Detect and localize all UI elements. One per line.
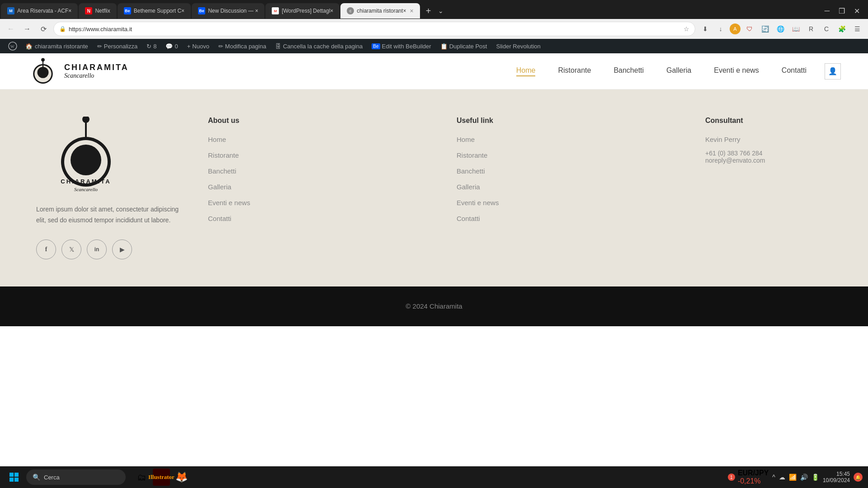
- footer-about-banchetti[interactable]: Banchetti: [208, 167, 457, 175]
- consultant-phone: +61 (0) 383 766 284: [705, 150, 832, 157]
- wp-bebuilder[interactable]: Be Edit with BeBuilder: [367, 39, 435, 53]
- wp-site-name[interactable]: 🏠 chiaramita ristorante: [21, 39, 93, 53]
- browser-tab-4[interactable]: Be New Discussion — ×: [192, 3, 264, 19]
- chevron-up-icon[interactable]: ^: [772, 474, 775, 481]
- close-button[interactable]: ✕: [850, 5, 863, 17]
- system-tray-icons: ^ ☁ 📶 🔊 🔋: [772, 474, 819, 481]
- browser-tab-2[interactable]: N Netflix: [79, 3, 116, 19]
- svg-text:W: W: [10, 44, 14, 49]
- translate-icon[interactable]: 🌐: [774, 23, 787, 35]
- taskbar-pinned-apps: 🗂 Illustrator 🦊: [133, 469, 190, 486]
- footer-social-links: f 𝕏 in ▶: [36, 239, 208, 259]
- shield-icon[interactable]: 🛡: [743, 23, 756, 35]
- extra-icon-2[interactable]: C: [820, 23, 833, 35]
- footer-useful-banchetti[interactable]: Banchetti: [457, 167, 705, 175]
- forward-button[interactable]: →: [21, 23, 33, 35]
- taskbar-search[interactable]: 🔍 Cerca: [26, 469, 126, 485]
- bookmark-icon[interactable]: ☆: [684, 25, 689, 33]
- taskbar-search-text: Cerca: [44, 474, 60, 481]
- nav-ristorante[interactable]: Ristorante: [558, 66, 591, 76]
- footer-about-contatti[interactable]: Contatti: [208, 215, 457, 222]
- taskbar-firefox-app[interactable]: 🦊: [173, 469, 190, 486]
- wp-customize[interactable]: ✏ Personalizza: [93, 39, 142, 53]
- windows-start-button[interactable]: [5, 469, 23, 486]
- reload-button[interactable]: ⟳: [37, 23, 50, 35]
- wp-customize-icon: ✏: [97, 43, 102, 50]
- url-text: https://www.chiaramita.it: [69, 26, 681, 33]
- footer-useful-galleria[interactable]: Galleria: [457, 183, 705, 191]
- browser-tab-6[interactable]: c chiaramita ristorant× ×: [340, 3, 420, 19]
- windows-logo: [9, 472, 19, 482]
- tab-list-button[interactable]: ⌄: [435, 7, 446, 14]
- main-navigation: Home Ristorante Banchetti Galleria Event…: [516, 66, 807, 76]
- nav-banchetti[interactable]: Banchetti: [613, 66, 644, 76]
- nav-galleria[interactable]: Galleria: [666, 66, 691, 76]
- tab-close-6[interactable]: ×: [410, 7, 413, 14]
- social-vimeo[interactable]: ▶: [112, 239, 132, 259]
- taskbar-files-app[interactable]: 🗂: [133, 469, 150, 486]
- cloud-icon[interactable]: ☁: [779, 474, 785, 481]
- nav-home[interactable]: Home: [516, 66, 536, 76]
- social-linkedin[interactable]: in: [87, 239, 107, 259]
- browser-tab-1[interactable]: M Area Riservata - ACF×: [1, 3, 78, 19]
- footer-useful-ristorante[interactable]: Ristorante: [457, 151, 705, 159]
- restore-button[interactable]: ❒: [835, 5, 849, 17]
- extra-icon-1[interactable]: R: [805, 23, 817, 35]
- currency-widget[interactable]: 1 EUR/JPY -0,21%: [728, 469, 769, 485]
- tab-favicon-2: N: [85, 7, 92, 14]
- battery-icon[interactable]: 🔋: [811, 474, 819, 481]
- wp-clear-cache[interactable]: 🗄 Cancella la cache della pagina: [271, 39, 367, 53]
- footer-bottom: © 2024 Chiaramita: [0, 286, 868, 326]
- wp-plus-icon: +: [187, 43, 191, 50]
- footer-useful-eventi[interactable]: Eventi e news: [457, 199, 705, 206]
- svg-text:Scancarello: Scancarello: [74, 187, 98, 192]
- url-bar[interactable]: 🔒 https://www.chiaramita.it ☆: [53, 22, 695, 36]
- profile-icon[interactable]: A: [730, 23, 741, 34]
- pocket-icon[interactable]: ⬇: [699, 23, 712, 35]
- account-button[interactable]: 👤: [825, 63, 841, 80]
- extensions-icon[interactable]: 🧩: [835, 23, 848, 35]
- new-tab-button[interactable]: +: [422, 4, 435, 18]
- notification-icon: 🔔: [855, 475, 861, 480]
- currency-badge: 1: [728, 474, 735, 481]
- wp-admin-bar: W 🏠 chiaramita ristorante ✏ Personalizza…: [0, 39, 868, 53]
- taskbar-clock[interactable]: 15:45 10/09/2024: [823, 471, 850, 483]
- download-icon[interactable]: ↓: [714, 23, 727, 35]
- svg-point-11: [71, 145, 101, 175]
- nav-contatti[interactable]: Contatti: [782, 66, 807, 76]
- reader-icon[interactable]: 📖: [789, 23, 802, 35]
- minimize-button[interactable]: ─: [821, 5, 833, 17]
- volume-icon[interactable]: 🔊: [800, 474, 808, 481]
- tab-title-5: [WordPress] Dettagl×: [282, 8, 333, 14]
- wifi-icon[interactable]: 📶: [789, 474, 797, 481]
- footer-useful-home[interactable]: Home: [457, 136, 705, 143]
- browser-tab-3[interactable]: Be Betheme Support C×: [118, 3, 191, 19]
- wp-dup-icon: 📋: [440, 43, 448, 50]
- firefox-sync-icon[interactable]: 🔄: [759, 23, 771, 35]
- footer-useful-contatti[interactable]: Contatti: [457, 215, 705, 222]
- menu-icon[interactable]: ☰: [851, 23, 863, 35]
- footer-about-ristorante[interactable]: Ristorante: [208, 151, 457, 159]
- wp-comments-link[interactable]: ↻ 8: [142, 39, 161, 53]
- wp-duplicate-post[interactable]: 📋 Duplicate Post: [436, 39, 492, 53]
- social-twitter[interactable]: 𝕏: [61, 239, 81, 259]
- footer-about-home[interactable]: Home: [208, 136, 457, 143]
- taskbar-illustrator-app[interactable]: Illustrator: [153, 469, 170, 486]
- back-button[interactable]: ←: [5, 23, 17, 35]
- wp-slider-revolution[interactable]: Slider Revolution: [491, 39, 545, 53]
- notification-badge[interactable]: 🔔: [854, 473, 863, 482]
- tab-favicon-3: Be: [124, 7, 131, 14]
- site-navigation: CHIARAMITA Scancarello Home Ristorante B…: [0, 53, 868, 89]
- wp-updates[interactable]: 💬 0: [161, 39, 182, 53]
- footer-inner: CHIARAMITA Scancarello Lorem ipsum dolor…: [36, 117, 832, 259]
- svg-rect-15: [14, 473, 19, 477]
- wp-logo[interactable]: W: [5, 39, 21, 53]
- footer-about-galleria[interactable]: Galleria: [208, 183, 457, 191]
- footer-about-eventi[interactable]: Eventi e news: [208, 199, 457, 206]
- wp-edit-page[interactable]: ✏ Modifica pagina: [214, 39, 271, 53]
- social-facebook[interactable]: f: [36, 239, 56, 259]
- nav-eventi[interactable]: Eventi e news: [714, 66, 759, 76]
- svg-rect-17: [14, 478, 19, 482]
- browser-tab-5[interactable]: M [WordPress] Dettagl×: [265, 3, 340, 19]
- wp-new[interactable]: + Nuovo: [183, 39, 214, 53]
